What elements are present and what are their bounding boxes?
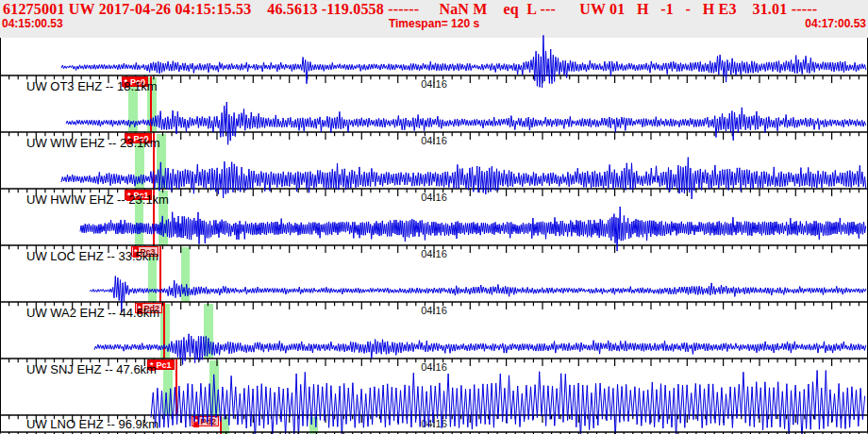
left-border xyxy=(0,38,1,432)
station-label: UW SNJ EHZ -- 47.6km xyxy=(26,363,157,376)
station-label: UW LNO EHZ -- 96.9km xyxy=(26,418,159,431)
timespan-label: Timespan= 120 s xyxy=(0,17,868,30)
seismogram-viewer: 61275001 UW 2017-04-26 04:15:15.53 46.56… xyxy=(0,0,868,434)
pick-line[interactable] xyxy=(175,359,177,415)
station-label: UW WIW EHZ -- 23.1km xyxy=(26,137,160,150)
pick-flag-star-icon: * xyxy=(193,417,199,427)
station-label: UW LOC EHZ -- 33.5km xyxy=(26,250,159,263)
station-label: UW WA2 EHZ -- 44.6km xyxy=(26,307,159,320)
station-label: UW HWIW EHZ -- 23.1km xyxy=(26,193,169,207)
window-end-time: 04:17:00.53 xyxy=(805,17,866,30)
pick-line[interactable] xyxy=(220,416,222,434)
pick-flag[interactable]: *Pd2 xyxy=(192,416,219,426)
time-label: 04:16 xyxy=(421,362,447,373)
s-window-highlight xyxy=(209,360,219,415)
time-label: 04:16 xyxy=(421,136,447,146)
time-label: 04:16 xyxy=(421,249,447,259)
time-label: 04:16 xyxy=(421,419,447,429)
pick-line[interactable] xyxy=(163,303,165,359)
pick-flag-label: Pd2 xyxy=(201,417,217,426)
event-header: 61275001 UW 2017-04-26 04:15:15.53 46.56… xyxy=(3,0,867,18)
s-window-highlight xyxy=(309,417,318,434)
time-label: 04:16 xyxy=(421,79,447,90)
time-label: 04:16 xyxy=(421,306,447,316)
time-axis-header: 04:15:00.53 Timespan= 120 s 04:17:00.53 xyxy=(0,17,868,30)
pick-line[interactable] xyxy=(159,246,161,302)
pick-flag-label: Pc1 xyxy=(157,360,172,370)
s-window-highlight xyxy=(204,304,213,359)
s-window-highlight xyxy=(181,247,190,302)
station-label: UW OT3 EHZ -- 18.1km xyxy=(26,80,158,93)
time-label: 04:16 xyxy=(421,192,447,203)
